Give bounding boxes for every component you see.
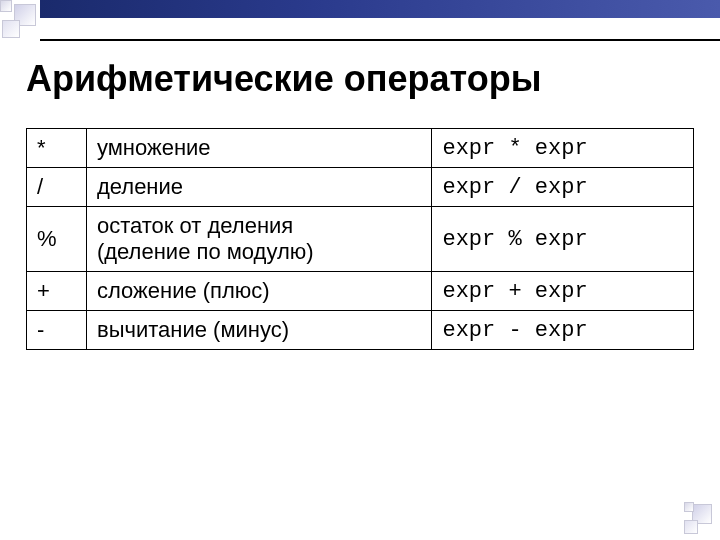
table-row: - вычитание (минус) expr - expr <box>27 311 694 350</box>
table-row: * умножение expr * expr <box>27 129 694 168</box>
operator-syntax-cell: expr * expr <box>432 129 694 168</box>
decorative-square-icon <box>684 502 694 512</box>
description-line: остаток от деления <box>97 213 421 239</box>
corner-squares-top-left <box>0 0 40 42</box>
decorative-square-icon <box>684 520 698 534</box>
slide-title: Арифметические операторы <box>26 58 541 100</box>
operator-description-cell: остаток от деления (деление по модулю) <box>86 207 431 272</box>
operator-syntax-cell: expr / expr <box>432 168 694 207</box>
description-line: (деление по модулю) <box>97 239 421 265</box>
operator-syntax-cell: expr - expr <box>432 311 694 350</box>
operator-syntax-cell: expr + expr <box>432 272 694 311</box>
operator-syntax-cell: expr % expr <box>432 207 694 272</box>
header-underline <box>40 39 720 41</box>
operator-description-cell: умножение <box>86 129 431 168</box>
table-row: / деление expr / expr <box>27 168 694 207</box>
operator-description-cell: деление <box>86 168 431 207</box>
operator-description-cell: сложение (плюс) <box>86 272 431 311</box>
operator-symbol-cell: - <box>27 311 87 350</box>
operator-symbol-cell: + <box>27 272 87 311</box>
operator-symbol-cell: * <box>27 129 87 168</box>
header-gradient-bar <box>40 0 720 18</box>
slide-header-decoration <box>0 0 720 42</box>
operators-table: * умножение expr * expr / деление expr /… <box>26 128 694 350</box>
table-row: + сложение (плюс) expr + expr <box>27 272 694 311</box>
decorative-square-icon <box>0 0 12 12</box>
operator-symbol-cell: / <box>27 168 87 207</box>
decorative-square-icon <box>2 20 20 38</box>
operator-description-cell: вычитание (минус) <box>86 311 431 350</box>
operator-symbol-cell: % <box>27 207 87 272</box>
table-row: % остаток от деления (деление по модулю)… <box>27 207 694 272</box>
